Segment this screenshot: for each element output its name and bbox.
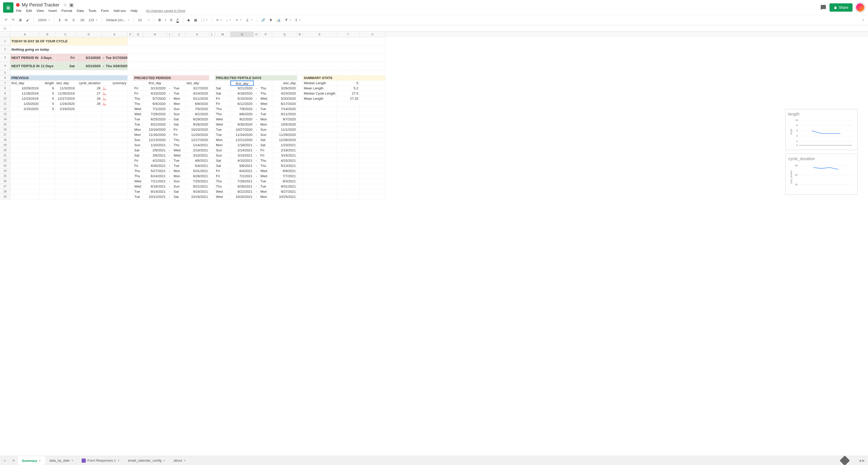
col-header-K[interactable]: K [185, 32, 209, 37]
cell[interactable]: 4/23/2020 [272, 91, 297, 96]
cell[interactable] [55, 158, 76, 163]
cell[interactable]: - [167, 148, 173, 153]
cell[interactable]: - [254, 194, 259, 199]
cell[interactable] [128, 75, 133, 81]
nothing-today[interactable]: Nothing going on today [10, 45, 128, 54]
cell[interactable]: 8/11/2020 [272, 112, 297, 117]
cell[interactable]: 4/30/2021 [143, 163, 167, 168]
cell[interactable] [360, 81, 385, 86]
row-header[interactable]: 20 [0, 148, 10, 153]
cell[interactable] [55, 163, 76, 168]
cell[interactable]: Wed [133, 112, 143, 117]
cell[interactable]: Mean Length [303, 96, 336, 101]
today-banner[interactable]: TODAY IS DAY 26 OF YOUR CYCLE [10, 37, 128, 45]
row-header[interactable]: 15 [0, 122, 10, 127]
cell[interactable]: last_day [185, 81, 209, 86]
cell[interactable]: 2/19/2020 [55, 106, 76, 112]
cell[interactable] [209, 117, 215, 122]
cell[interactable]: Sun [173, 184, 185, 189]
cell[interactable] [297, 163, 303, 168]
cell[interactable] [128, 81, 133, 86]
formula-input[interactable] [10, 28, 868, 29]
cell[interactable] [55, 70, 76, 75]
cell[interactable] [360, 127, 385, 132]
cell[interactable]: 4/15/2021 [272, 158, 297, 163]
menu-view[interactable]: View [36, 9, 44, 13]
cell[interactable] [303, 143, 336, 148]
cell[interactable]: Sat [173, 117, 185, 122]
menu-edit[interactable]: Edit [26, 9, 32, 13]
cell[interactable]: 6/9/2021 [272, 168, 297, 174]
cell[interactable] [360, 189, 385, 194]
cell[interactable] [10, 153, 40, 158]
menu-help[interactable]: Help [131, 9, 138, 13]
cell[interactable] [209, 70, 215, 75]
cell[interactable] [297, 91, 303, 96]
cell[interactable]: 1/18/2021 [230, 143, 254, 148]
row-header[interactable]: 7 [0, 81, 10, 86]
cell[interactable] [336, 137, 360, 143]
cell[interactable]: Fri [55, 54, 76, 62]
cell[interactable]: 5 [40, 106, 55, 112]
cell[interactable]: Sat [133, 148, 143, 153]
cell[interactable] [55, 117, 76, 122]
row-header[interactable]: 27 [0, 184, 10, 189]
row-header[interactable]: 19 [0, 143, 10, 148]
cell[interactable]: 8/3/2021 [272, 179, 297, 184]
cell[interactable]: 3/26/2020 [272, 86, 297, 91]
cell[interactable]: 5.2 [336, 86, 360, 91]
cell[interactable]: - [254, 184, 259, 189]
cell[interactable]: - [167, 137, 173, 143]
cell[interactable] [76, 112, 102, 117]
cell[interactable] [209, 179, 215, 184]
cell[interactable] [10, 174, 40, 179]
cell[interactable]: Mon [259, 189, 272, 194]
cell[interactable] [10, 132, 40, 137]
cell[interactable] [336, 106, 360, 112]
cell[interactable]: Fri [215, 168, 230, 174]
cell[interactable] [10, 117, 40, 122]
cell[interactable] [336, 179, 360, 184]
col-header-H[interactable]: H [143, 32, 167, 37]
cell[interactable]: Thu [173, 137, 185, 143]
col-header-J[interactable]: J [173, 32, 185, 37]
menu-form[interactable]: Form [101, 9, 109, 13]
cell[interactable] [209, 127, 215, 132]
cell[interactable] [76, 163, 102, 168]
cell[interactable] [133, 81, 143, 86]
proj-fertile-header[interactable]: PROJECTED FERTILE DAYS [215, 75, 297, 81]
cell[interactable]: - [167, 117, 173, 122]
cell[interactable] [303, 184, 336, 189]
cell[interactable] [128, 132, 133, 137]
cell[interactable]: 7/5/2020 [185, 106, 209, 112]
cell[interactable]: 7/9/2020 [230, 106, 254, 112]
cell[interactable]: 11/3/2019 [55, 86, 76, 91]
bold-icon[interactable]: B [157, 17, 162, 23]
cell[interactable] [102, 168, 128, 174]
cell[interactable]: 5/27/2021 [143, 168, 167, 174]
cell[interactable]: 2/15/2020 [10, 106, 40, 112]
cell[interactable]: Fri [133, 158, 143, 163]
cell[interactable] [102, 70, 128, 75]
cell[interactable]: Fri [215, 96, 230, 101]
cell[interactable]: 5/4/2021 [185, 163, 209, 168]
cell[interactable]: Sun [215, 153, 230, 158]
cell[interactable]: 2/6/2021 [143, 148, 167, 153]
cell[interactable]: Tue [259, 106, 272, 112]
cell[interactable]: Mon [133, 127, 143, 132]
cell[interactable] [128, 70, 133, 75]
cell[interactable]: Tue [173, 158, 185, 163]
strikethrough-icon[interactable]: S [168, 17, 174, 23]
cell[interactable]: 28 [76, 96, 102, 101]
cell[interactable]: Sat [215, 91, 230, 96]
cell[interactable]: 10/5/2020 [272, 122, 297, 127]
col-header-C[interactable]: C [55, 32, 76, 37]
cell[interactable]: 11/16/2020 [143, 132, 167, 137]
cell[interactable]: 3/19/2021 [272, 153, 297, 158]
cell[interactable]: - [167, 112, 173, 117]
cell[interactable] [40, 194, 55, 199]
cell[interactable]: 8/6/2020 [230, 112, 254, 117]
cell[interactable] [76, 184, 102, 189]
cell[interactable] [259, 81, 272, 86]
cell[interactable]: 7/29/2020 [143, 112, 167, 117]
